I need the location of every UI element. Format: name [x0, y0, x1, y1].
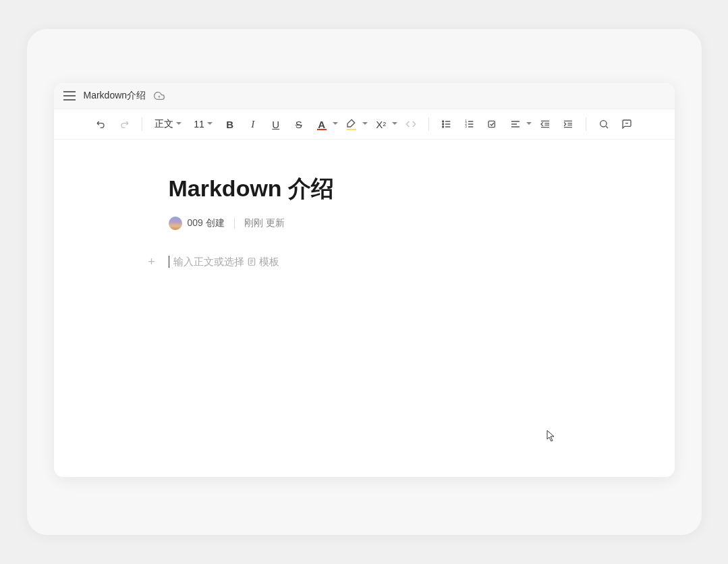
update-label: 更新 [266, 217, 285, 228]
underline-button[interactable]: U [267, 115, 285, 134]
bold-button[interactable]: B [221, 115, 240, 134]
outdent-button[interactable] [536, 115, 555, 134]
search-button[interactable] [594, 115, 613, 134]
font-size-select[interactable]: 11 [190, 115, 217, 134]
svg-point-1 [442, 123, 443, 125]
chevron-down-icon [333, 122, 338, 128]
header-bar: Markdown介绍 [54, 83, 675, 109]
text-color-button[interactable]: A [312, 115, 338, 134]
toolbar: 正文 11 B I U S A [54, 109, 675, 140]
redo-button[interactable] [115, 115, 134, 134]
toolbar-separator [586, 117, 586, 131]
svg-line-25 [606, 126, 608, 128]
paragraph-style-select[interactable]: 正文 [150, 115, 186, 134]
creator-info[interactable]: 009 创建 [169, 217, 225, 230]
menu-icon[interactable] [63, 91, 76, 101]
chevron-down-icon [526, 122, 532, 128]
indent-button[interactable] [559, 115, 578, 134]
template-link[interactable]: 模板 [259, 256, 279, 269]
toolbar-separator [142, 117, 142, 131]
strikethrough-button[interactable]: S [289, 115, 308, 134]
toolbar-separator [428, 117, 429, 131]
chevron-down-icon [392, 122, 397, 128]
svg-point-2 [442, 126, 443, 128]
font-size-label: 11 [194, 119, 204, 130]
undo-button[interactable] [92, 115, 111, 134]
meta-separator [234, 218, 235, 229]
chevron-down-icon [207, 122, 213, 128]
template-icon [247, 257, 256, 266]
unordered-list-button[interactable] [437, 115, 456, 134]
highlight-color-button[interactable] [342, 115, 368, 134]
svg-point-0 [442, 121, 443, 122]
creator-action: 创建 [206, 217, 225, 228]
cloud-sync-icon[interactable] [154, 90, 165, 101]
svg-rect-12 [488, 121, 495, 127]
chevron-down-icon [362, 122, 368, 128]
paragraph-style-label: 正文 [155, 118, 173, 130]
update-time: 刚刚 [244, 217, 263, 228]
document-meta: 009 创建 刚刚 更新 [169, 217, 560, 230]
avatar-icon [169, 217, 182, 230]
alignment-button[interactable] [506, 115, 532, 134]
italic-button[interactable]: I [244, 115, 262, 134]
superscript-button[interactable]: X2 [372, 115, 397, 134]
document-title[interactable]: Markdown 介绍 [169, 173, 560, 204]
creator-name: 009 [188, 217, 203, 228]
editor-area[interactable]: Markdown 介绍 009 创建 刚刚 更新 + [54, 140, 675, 477]
chevron-down-icon [176, 122, 181, 128]
comment-button[interactable] [617, 115, 636, 134]
text-cursor [169, 256, 169, 268]
svg-text:3: 3 [465, 125, 467, 128]
editor-placeholder[interactable]: 输入正文或选择 模板 [169, 256, 279, 269]
svg-point-24 [600, 121, 606, 127]
update-info: 刚刚 更新 [244, 217, 285, 229]
document-app-window: Markdown介绍 正文 11 [54, 83, 675, 477]
add-block-button[interactable]: + [144, 254, 159, 269]
code-button[interactable] [401, 115, 420, 134]
checklist-button[interactable] [483, 115, 502, 134]
placeholder-text: 输入正文或选择 [173, 256, 244, 269]
mouse-cursor-icon [547, 430, 556, 442]
header-document-title[interactable]: Markdown介绍 [84, 90, 146, 102]
ordered-list-button[interactable]: 123 [460, 115, 479, 134]
